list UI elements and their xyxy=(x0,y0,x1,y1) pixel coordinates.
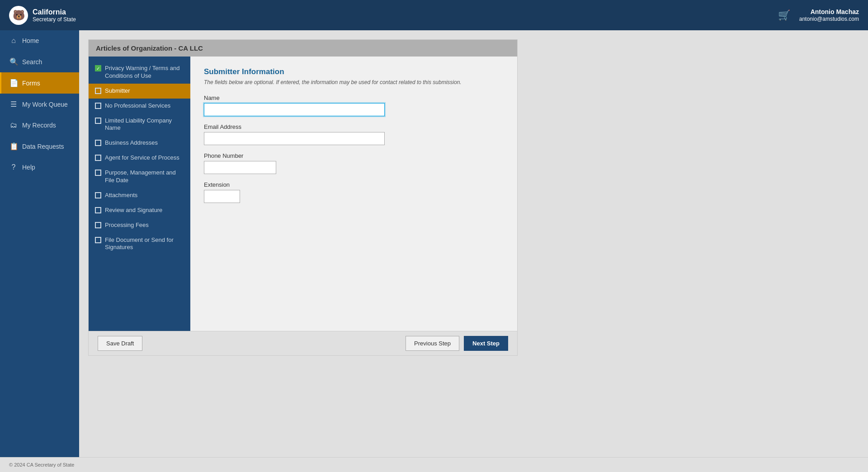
step-purpose[interactable]: Purpose, Management and File Date xyxy=(89,165,190,188)
form-title-bar: Articles of Organization - CA LLC xyxy=(89,40,517,57)
help-icon: ? xyxy=(9,163,18,171)
email-field: Email Address xyxy=(204,123,504,145)
logo-text: California Secretary of State xyxy=(33,8,76,23)
sidebar-item-help[interactable]: ? Help xyxy=(0,157,79,178)
step-attachments-label: Attachments xyxy=(105,192,137,199)
footer-text: © 2024 CA Secretary of State xyxy=(9,462,74,467)
work-queue-icon: ☰ xyxy=(9,100,18,109)
logo-line1: California xyxy=(33,8,76,16)
step-purpose-checkbox xyxy=(95,170,101,176)
form-title: Articles of Organization - CA LLC xyxy=(96,44,203,52)
step-file-document[interactable]: File Document or Send for Signatures xyxy=(89,233,190,255)
phone-label: Phone Number xyxy=(204,152,504,159)
page-footer: © 2024 CA Secretary of State xyxy=(0,457,868,472)
sidebar-item-data-requests-label: Data Requests xyxy=(22,143,64,150)
logo-area: 🐻 California Secretary of State xyxy=(9,6,76,25)
main-layout: ⌂ Home 🔍 Search 📄 Forms ☰ My Work Queue … xyxy=(0,30,868,457)
form-footer: Save Draft Previous Step Next Step xyxy=(89,331,517,355)
step-file-document-label: File Document or Send for Signatures xyxy=(105,236,184,252)
step-review[interactable]: Review and Signature xyxy=(89,203,190,218)
step-processing-fees-label: Processing Fees xyxy=(105,222,149,229)
email-input[interactable] xyxy=(204,132,385,145)
step-attachments-checkbox xyxy=(95,192,101,198)
next-step-button[interactable]: Next Step xyxy=(464,336,508,351)
name-input[interactable] xyxy=(204,103,385,116)
sidebar-item-search-label: Search xyxy=(22,58,42,66)
step-submitter-checkbox xyxy=(95,88,101,94)
logo-line2: Secretary of State xyxy=(33,16,76,23)
top-header: 🐻 California Secretary of State 🛒 Antoni… xyxy=(0,0,868,30)
step-privacy-label: Privacy Warning / Terms and Conditions o… xyxy=(105,65,184,80)
step-business-addresses[interactable]: Business Addresses xyxy=(89,136,190,151)
step-processing-fees[interactable]: Processing Fees xyxy=(89,218,190,233)
logo-bear-icon: 🐻 xyxy=(13,9,25,21)
sidebar-item-my-records[interactable]: 🗂 My Records xyxy=(0,115,79,136)
step-file-document-checkbox xyxy=(95,237,101,243)
sidebar-item-work-queue[interactable]: ☰ My Work Queue xyxy=(0,94,79,115)
phone-field: Phone Number xyxy=(204,152,504,174)
step-no-professional-checkbox xyxy=(95,103,101,109)
extension-field: Extension xyxy=(204,181,504,203)
forms-icon: 📄 xyxy=(9,79,18,87)
step-privacy[interactable]: ✓ Privacy Warning / Terms and Conditions… xyxy=(89,61,190,84)
email-label: Email Address xyxy=(204,123,504,130)
main-form-panel: Submitter Information The fields below a… xyxy=(190,57,517,331)
logo-circle: 🐻 xyxy=(9,6,28,25)
content-area: Articles of Organization - CA LLC ✓ Priv… xyxy=(79,30,868,457)
my-records-icon: 🗂 xyxy=(9,121,18,129)
step-submitter-label: Submitter xyxy=(105,87,130,95)
save-draft-button[interactable]: Save Draft xyxy=(98,336,142,351)
home-icon: ⌂ xyxy=(9,37,18,45)
step-privacy-checkbox: ✓ xyxy=(95,65,101,71)
form-body: ✓ Privacy Warning / Terms and Conditions… xyxy=(89,57,517,331)
step-submitter[interactable]: Submitter xyxy=(89,84,190,99)
sidebar-item-data-requests[interactable]: 📋 Data Requests xyxy=(0,136,79,157)
step-llc-name-checkbox xyxy=(95,118,101,124)
sidebar-item-work-queue-label: My Work Queue xyxy=(22,101,68,108)
extension-input[interactable] xyxy=(204,190,240,203)
cart-icon[interactable]: 🛒 xyxy=(778,9,790,21)
footer-right-buttons: Previous Step Next Step xyxy=(406,336,508,351)
sidebar-item-home[interactable]: ⌂ Home xyxy=(0,30,79,51)
sidebar-item-home-label: Home xyxy=(22,37,39,44)
step-no-professional[interactable]: No Professional Services xyxy=(89,99,190,113)
step-agent-checkbox xyxy=(95,155,101,161)
sidebar-item-help-label: Help xyxy=(22,164,35,171)
header-right: 🛒 Antonio Machaz antonio@amstudios.com xyxy=(778,8,859,23)
section-title: Submitter Information xyxy=(204,67,504,76)
step-review-checkbox xyxy=(95,207,101,213)
name-field: Name xyxy=(204,94,504,116)
step-no-professional-label: No Professional Services xyxy=(105,102,170,110)
step-attachments[interactable]: Attachments xyxy=(89,188,190,203)
sidebar-item-forms[interactable]: 📄 Forms xyxy=(0,72,79,94)
sidebar: ⌂ Home 🔍 Search 📄 Forms ☰ My Work Queue … xyxy=(0,30,79,457)
form-container: Articles of Organization - CA LLC ✓ Priv… xyxy=(88,39,518,356)
sidebar-item-my-records-label: My Records xyxy=(22,122,56,129)
step-agent[interactable]: Agent for Service of Process xyxy=(89,151,190,165)
user-info: Antonio Machaz antonio@amstudios.com xyxy=(799,8,859,23)
step-business-addresses-label: Business Addresses xyxy=(105,139,158,147)
user-name: Antonio Machaz xyxy=(799,8,859,16)
section-desc: The fields below are optional. If entere… xyxy=(204,79,504,85)
step-purpose-label: Purpose, Management and File Date xyxy=(105,169,184,184)
step-llc-name-label: Limited Liability Company Name xyxy=(105,117,184,132)
step-llc-name[interactable]: Limited Liability Company Name xyxy=(89,113,190,136)
sidebar-item-forms-label: Forms xyxy=(22,80,40,87)
step-agent-label: Agent for Service of Process xyxy=(105,154,179,162)
step-processing-fees-checkbox xyxy=(95,222,101,228)
data-requests-icon: 📋 xyxy=(9,142,18,151)
name-label: Name xyxy=(204,94,504,101)
previous-step-button[interactable]: Previous Step xyxy=(406,336,459,351)
step-review-label: Review and Signature xyxy=(105,207,162,214)
user-email: antonio@amstudios.com xyxy=(799,16,859,23)
steps-panel: ✓ Privacy Warning / Terms and Conditions… xyxy=(89,57,190,331)
phone-input[interactable] xyxy=(204,161,276,174)
sidebar-item-search[interactable]: 🔍 Search xyxy=(0,51,79,72)
step-business-addresses-checkbox xyxy=(95,140,101,146)
extension-label: Extension xyxy=(204,181,504,188)
search-icon: 🔍 xyxy=(9,57,18,66)
